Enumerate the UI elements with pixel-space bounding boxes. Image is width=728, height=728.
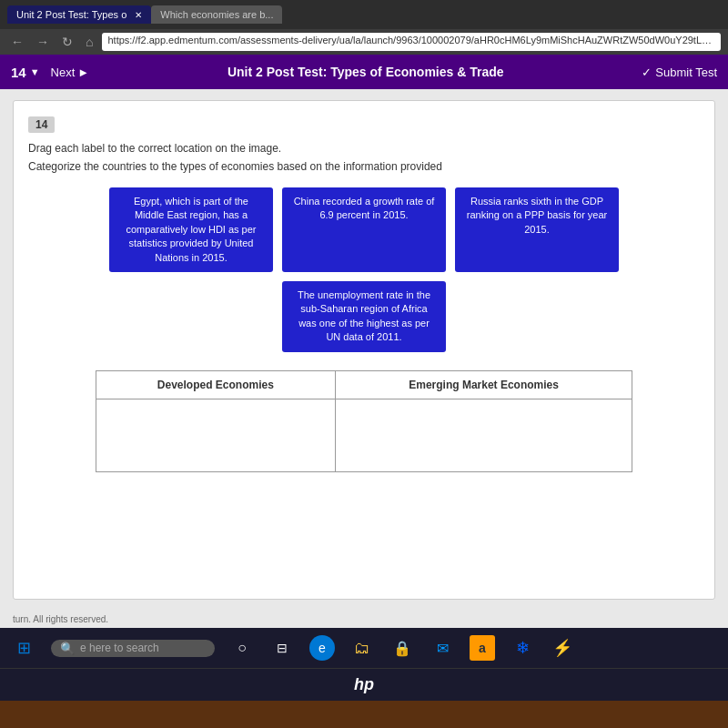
taskbar: ⊞ 🔍 e here to search ○ ⊟ e 🗂 🔒 ✉ a ❄ ⚡: [0, 628, 728, 668]
taskbar-dropbox-icon[interactable]: ❄: [510, 635, 535, 661]
address-input[interactable]: https://f2.app.edmentum.com/assessments-…: [102, 33, 721, 51]
back-button[interactable]: ←: [7, 33, 27, 51]
chevron-down-icon: ▼: [30, 66, 40, 77]
labels-area: Egypt, which is part of the Middle East …: [28, 187, 700, 352]
windows-start-button[interactable]: ⊞: [11, 635, 36, 661]
taskbar-mail-icon[interactable]: ✉: [430, 635, 455, 661]
next-button[interactable]: Next ►: [51, 66, 90, 79]
browser-wrapper: Unit 2 Post Test: Types o ✕ Which econom…: [0, 0, 728, 728]
hp-bar: hp: [0, 668, 728, 701]
tab-inactive-label: Which economies are b...: [160, 9, 273, 20]
app-toolbar: 14 ▼ Next ► Unit 2 Post Test: Types of E…: [0, 55, 728, 89]
instruction-text-1: Drag each label to the correct location …: [28, 142, 700, 155]
forward-button[interactable]: →: [33, 33, 53, 51]
tab-bar: Unit 2 Post Test: Types o ✕ Which econom…: [0, 0, 728, 29]
taskbar-bolt-icon[interactable]: ⚡: [550, 635, 575, 661]
taskbar-amazon-icon[interactable]: a: [470, 635, 495, 661]
question-num-value: 14: [11, 65, 26, 80]
checkmark-icon: [642, 66, 652, 79]
drag-label-2[interactable]: China recorded a growth rate of 6.9 perc…: [282, 187, 446, 272]
hp-logo: hp: [354, 675, 374, 694]
col-header-developed: Developed Economies: [96, 370, 335, 399]
taskbar-task-view-icon[interactable]: ⊟: [269, 635, 295, 661]
tab-inactive[interactable]: Which economies are b...: [151, 5, 282, 24]
question-card: 14 Drag each label to the correct locati…: [13, 100, 715, 600]
taskbar-folder-icon[interactable]: 🗂: [349, 635, 375, 661]
drop-zone-developed[interactable]: [96, 399, 335, 471]
drag-label-2-text: China recorded a growth rate of 6.9 perc…: [294, 196, 435, 220]
refresh-button[interactable]: ↻: [58, 33, 76, 51]
laptop-bottom-bezel: [0, 701, 728, 728]
submit-test-button[interactable]: Submit Test: [642, 66, 717, 79]
next-label: Next: [51, 66, 76, 79]
drop-table: Developed Economies Emerging Market Econ…: [96, 370, 632, 472]
address-text: https://f2.app.edmentum.com/assessments-…: [107, 35, 721, 46]
drag-label-4[interactable]: The unemployment rate in the sub-Saharan…: [282, 281, 446, 352]
content-area: 14 Drag each label to the correct locati…: [0, 89, 728, 628]
home-button[interactable]: ⌂: [82, 33, 96, 51]
tab-active-label: Unit 2 Post Test: Types o: [16, 9, 126, 20]
next-arrow-icon: ►: [77, 66, 89, 79]
search-icon: 🔍: [60, 642, 75, 655]
taskbar-cortana-icon[interactable]: ○: [229, 635, 255, 661]
drag-label-4-text: The unemployment rate in the sub-Saharan…: [298, 289, 430, 342]
taskbar-search-placeholder[interactable]: e here to search: [80, 642, 159, 654]
question-badge: 14: [28, 116, 55, 133]
drag-label-1[interactable]: Egypt, which is part of the Middle East …: [109, 187, 273, 272]
address-bar: ← → ↻ ⌂ https://f2.app.edmentum.com/asse…: [0, 29, 728, 55]
toolbar-title: Unit 2 Post Test: Types of Economies & T…: [100, 65, 631, 79]
taskbar-edge-icon[interactable]: e: [309, 635, 335, 661]
submit-label: Submit Test: [655, 66, 717, 79]
drag-label-1-text: Egypt, which is part of the Middle East …: [126, 196, 256, 263]
taskbar-lock-icon[interactable]: 🔒: [389, 635, 415, 661]
instruction-text-2: Categorize the countries to the types of…: [28, 160, 700, 173]
drop-zone-emerging[interactable]: [335, 399, 632, 471]
drag-label-3-text: Russia ranks sixth in the GDP ranking on…: [467, 196, 608, 235]
col-header-emerging: Emerging Market Economies: [335, 370, 632, 399]
footer-copyright: turn. All rights reserved.: [0, 611, 728, 628]
question-number-display: 14 ▼: [11, 65, 40, 80]
drag-label-3[interactable]: Russia ranks sixth in the GDP ranking on…: [455, 187, 619, 272]
footer-text-content: turn. All rights reserved.: [13, 614, 108, 624]
tab-active[interactable]: Unit 2 Post Test: Types o ✕: [7, 5, 151, 24]
tab-close-icon[interactable]: ✕: [135, 10, 142, 20]
